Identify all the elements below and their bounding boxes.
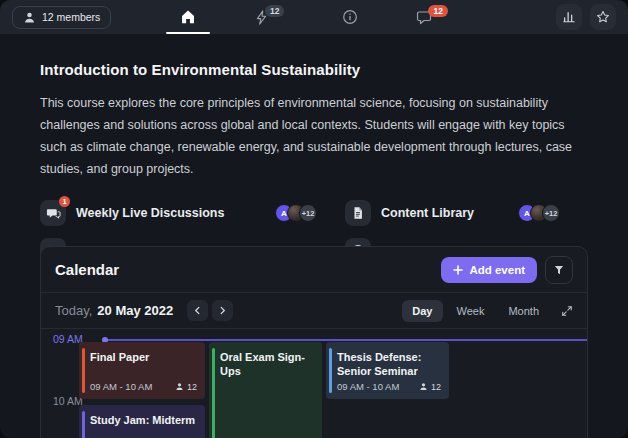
calendar-header: Calendar Add event <box>41 247 587 293</box>
avatar-stack: A +12 <box>518 204 560 222</box>
event-meta: 09 AM - 10 AM 12 <box>337 381 441 392</box>
feature-label: Content Library <box>381 206 474 220</box>
top-bar: 12 members 12 12 <box>0 0 628 34</box>
calendar-toolbar: Today, 20 May 2022 Day Week Month <box>41 293 587 329</box>
event-title: Oral Exam Sign-Ups <box>220 350 313 378</box>
discussions-icon: 1 <box>40 200 66 226</box>
avatar-stack: A +12 <box>275 204 317 222</box>
event-title: Thesis Defense: Senior Seminar <box>337 350 440 378</box>
event-final-paper[interactable]: Final Paper 09 AM - 10 AM 12 <box>79 342 205 399</box>
event-attendees: 12 <box>419 382 441 392</box>
calendar-actions: Add event <box>441 256 573 284</box>
nav-info[interactable] <box>337 0 365 34</box>
chevron-right-icon <box>218 306 227 315</box>
feature-content-library[interactable]: Content Library A +12 <box>345 196 588 230</box>
course-description: This course explores the core principles… <box>40 92 588 180</box>
plus-icon <box>453 265 463 275</box>
favorite-button[interactable] <box>590 4 616 30</box>
view-tab-month[interactable]: Month <box>498 300 549 322</box>
next-day-button[interactable] <box>212 300 233 321</box>
chevron-left-icon <box>193 306 202 315</box>
event-attendee-count: 12 <box>431 382 441 392</box>
calendar-card: Calendar Add event Today, 20 May 2022 <box>40 246 588 438</box>
time-label-10am: 10 AM <box>53 395 83 407</box>
add-event-button[interactable]: Add event <box>441 257 537 283</box>
person-icon <box>175 382 184 391</box>
calendar-title: Calendar <box>55 261 119 278</box>
view-switcher: Day Week Month <box>402 300 573 322</box>
add-event-label: Add event <box>469 264 525 276</box>
nav-home[interactable] <box>174 0 202 34</box>
info-icon <box>343 9 359 25</box>
home-icon <box>180 9 196 25</box>
event-thesis-defense[interactable]: Thesis Defense: Senior Seminar 09 AM - 1… <box>326 342 449 399</box>
event-attendee-count: 12 <box>187 382 197 392</box>
date-nav <box>187 300 233 321</box>
calendar-grid[interactable]: 09 AM 10 AM Final Paper 09 AM - 10 AM 12… <box>41 329 587 438</box>
discussions-badge: 1 <box>59 196 70 207</box>
expand-icon <box>561 305 573 317</box>
nav-chat[interactable]: 12 <box>411 0 454 34</box>
chat-badge: 12 <box>429 5 448 17</box>
feature-weekly-discussions[interactable]: 1 Weekly Live Discussions A +12 <box>40 196 345 230</box>
event-attendees: 12 <box>175 382 197 392</box>
event-title: Final Paper <box>90 350 196 364</box>
person-icon <box>419 382 428 391</box>
date-prefix: Today, <box>55 303 92 318</box>
page-title: Introduction to Environmental Sustainabi… <box>40 61 588 78</box>
top-bar-actions <box>556 4 616 30</box>
main-nav: 12 12 <box>174 0 454 34</box>
app-window: 12 members 12 12 <box>0 0 628 438</box>
prev-day-button[interactable] <box>187 300 208 321</box>
document-icon <box>345 200 371 226</box>
avatar-overflow-count: +12 <box>299 204 317 222</box>
event-oral-exam[interactable]: Oral Exam Sign-Ups <box>209 342 322 438</box>
current-date: 20 May 2022 <box>97 303 173 318</box>
analytics-button[interactable] <box>556 4 582 30</box>
event-study-jam[interactable]: Study Jam: Midterm <box>79 405 205 438</box>
event-meta: 09 AM - 10 AM 12 <box>90 381 197 392</box>
person-icon <box>23 11 36 24</box>
filter-icon <box>553 264 565 276</box>
view-tab-week[interactable]: Week <box>447 300 495 322</box>
members-button[interactable]: 12 members <box>12 6 111 29</box>
star-icon <box>596 10 610 24</box>
time-label-9am: 09 AM <box>53 333 83 345</box>
feature-label: Weekly Live Discussions <box>76 206 224 220</box>
avatar-overflow-count: +12 <box>542 204 560 222</box>
filter-button[interactable] <box>545 256 573 284</box>
expand-calendar-button[interactable] <box>561 305 573 317</box>
bar-chart-icon <box>562 10 576 24</box>
course-section: Introduction to Environmental Sustainabi… <box>0 61 628 268</box>
nav-activity[interactable]: 12 <box>248 0 290 34</box>
current-time-indicator <box>105 339 587 341</box>
event-time: 09 AM - 10 AM <box>337 381 399 392</box>
event-time: 09 AM - 10 AM <box>90 381 152 392</box>
view-tab-day[interactable]: Day <box>402 300 442 322</box>
activity-badge: 12 <box>265 5 284 17</box>
members-label: 12 members <box>42 11 100 23</box>
event-title: Study Jam: Midterm <box>90 413 196 427</box>
